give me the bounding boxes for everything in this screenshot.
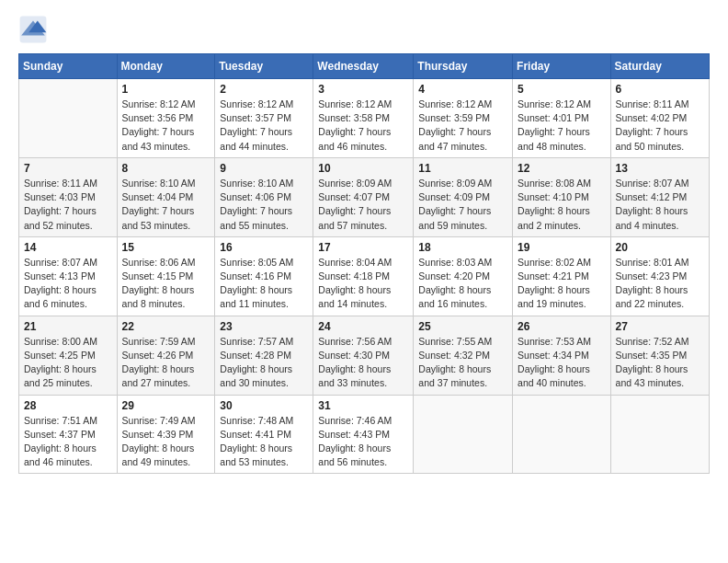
- calendar-cell: [610, 395, 709, 474]
- day-info: Sunrise: 7:57 AMSunset: 4:28 PMDaylight:…: [220, 335, 308, 391]
- day-number: 18: [418, 241, 507, 254]
- calendar-cell: 30Sunrise: 7:48 AMSunset: 4:41 PMDayligh…: [215, 395, 313, 474]
- calendar-day-header: Wednesday: [313, 54, 414, 79]
- day-info: Sunrise: 8:12 AMSunset: 3:59 PMDaylight:…: [418, 98, 507, 154]
- calendar-cell: 24Sunrise: 7:56 AMSunset: 4:30 PMDayligh…: [313, 316, 414, 395]
- calendar-cell: 1Sunrise: 8:12 AMSunset: 3:56 PMDaylight…: [117, 79, 215, 158]
- day-info: Sunrise: 8:12 AMSunset: 3:58 PMDaylight:…: [318, 98, 408, 154]
- day-info: Sunrise: 8:11 AMSunset: 4:03 PMDaylight:…: [24, 177, 112, 233]
- calendar-day-header: Friday: [513, 54, 611, 79]
- day-info: Sunrise: 8:09 AMSunset: 4:09 PMDaylight:…: [418, 177, 507, 233]
- calendar-week-row: 28Sunrise: 7:51 AMSunset: 4:37 PMDayligh…: [19, 395, 710, 474]
- calendar-cell: 2Sunrise: 8:12 AMSunset: 3:57 PMDaylight…: [215, 79, 313, 158]
- calendar-day-header: Saturday: [610, 54, 709, 79]
- calendar-cell: 27Sunrise: 7:52 AMSunset: 4:35 PMDayligh…: [610, 316, 709, 395]
- day-number: 27: [616, 320, 704, 333]
- day-number: 2: [220, 83, 308, 96]
- day-number: 19: [518, 241, 606, 254]
- calendar-week-row: 1Sunrise: 8:12 AMSunset: 3:56 PMDaylight…: [19, 79, 710, 158]
- header: [18, 15, 710, 44]
- day-number: 12: [518, 162, 606, 175]
- calendar-cell: 28Sunrise: 7:51 AMSunset: 4:37 PMDayligh…: [19, 395, 118, 474]
- day-info: Sunrise: 7:49 AMSunset: 4:39 PMDaylight:…: [122, 414, 210, 470]
- day-info: Sunrise: 8:12 AMSunset: 4:01 PMDaylight:…: [518, 98, 606, 154]
- day-info: Sunrise: 8:09 AMSunset: 4:07 PMDaylight:…: [318, 177, 408, 233]
- day-number: 21: [24, 320, 112, 333]
- day-info: Sunrise: 7:53 AMSunset: 4:34 PMDaylight:…: [518, 335, 606, 391]
- day-number: 10: [318, 162, 408, 175]
- page: SundayMondayTuesdayWednesdayThursdayFrid…: [0, 0, 728, 563]
- calendar-cell: 15Sunrise: 8:06 AMSunset: 4:15 PMDayligh…: [117, 236, 215, 316]
- day-info: Sunrise: 8:02 AMSunset: 4:21 PMDaylight:…: [518, 256, 606, 312]
- day-number: 1: [122, 83, 210, 96]
- calendar-week-row: 14Sunrise: 8:07 AMSunset: 4:13 PMDayligh…: [19, 236, 710, 316]
- calendar-cell: 14Sunrise: 8:07 AMSunset: 4:13 PMDayligh…: [19, 236, 118, 316]
- calendar-cell: 3Sunrise: 8:12 AMSunset: 3:58 PMDaylight…: [313, 79, 414, 158]
- day-info: Sunrise: 7:52 AMSunset: 4:35 PMDaylight:…: [616, 335, 704, 391]
- calendar-cell: 4Sunrise: 8:12 AMSunset: 3:59 PMDaylight…: [414, 79, 513, 158]
- calendar-cell: 8Sunrise: 8:10 AMSunset: 4:04 PMDaylight…: [117, 157, 215, 236]
- calendar-day-header: Monday: [117, 54, 215, 79]
- day-number: 16: [220, 241, 308, 254]
- day-number: 9: [220, 162, 308, 175]
- calendar-cell: 31Sunrise: 7:46 AMSunset: 4:43 PMDayligh…: [313, 395, 414, 474]
- calendar-cell: 13Sunrise: 8:07 AMSunset: 4:12 PMDayligh…: [610, 157, 709, 236]
- day-number: 28: [24, 399, 112, 412]
- day-info: Sunrise: 7:56 AMSunset: 4:30 PMDaylight:…: [318, 335, 408, 391]
- day-number: 7: [24, 162, 112, 175]
- day-info: Sunrise: 7:59 AMSunset: 4:26 PMDaylight:…: [122, 335, 210, 391]
- day-number: 25: [418, 320, 507, 333]
- day-info: Sunrise: 7:55 AMSunset: 4:32 PMDaylight:…: [418, 335, 507, 391]
- calendar-cell: 23Sunrise: 7:57 AMSunset: 4:28 PMDayligh…: [215, 316, 313, 395]
- day-info: Sunrise: 8:10 AMSunset: 4:04 PMDaylight:…: [122, 177, 210, 233]
- day-number: 26: [518, 320, 606, 333]
- calendar-cell: [414, 395, 513, 474]
- calendar-day-header: Sunday: [19, 54, 118, 79]
- day-info: Sunrise: 8:03 AMSunset: 4:20 PMDaylight:…: [418, 256, 507, 312]
- calendar-cell: 10Sunrise: 8:09 AMSunset: 4:07 PMDayligh…: [313, 157, 414, 236]
- calendar-cell: 20Sunrise: 8:01 AMSunset: 4:23 PMDayligh…: [610, 236, 709, 316]
- day-info: Sunrise: 8:07 AMSunset: 4:13 PMDaylight:…: [24, 256, 112, 312]
- day-number: 30: [220, 399, 308, 412]
- calendar-day-header: Thursday: [414, 54, 513, 79]
- calendar-cell: 21Sunrise: 8:00 AMSunset: 4:25 PMDayligh…: [19, 316, 118, 395]
- calendar-header-row: SundayMondayTuesdayWednesdayThursdayFrid…: [19, 54, 710, 79]
- calendar-cell: 25Sunrise: 7:55 AMSunset: 4:32 PMDayligh…: [414, 316, 513, 395]
- day-number: 23: [220, 320, 308, 333]
- day-number: 5: [518, 83, 606, 96]
- calendar-cell: 9Sunrise: 8:10 AMSunset: 4:06 PMDaylight…: [215, 157, 313, 236]
- day-number: 11: [418, 162, 507, 175]
- day-number: 4: [418, 83, 507, 96]
- calendar-cell: 22Sunrise: 7:59 AMSunset: 4:26 PMDayligh…: [117, 316, 215, 395]
- day-number: 3: [318, 83, 408, 96]
- day-info: Sunrise: 8:04 AMSunset: 4:18 PMDaylight:…: [318, 256, 408, 312]
- calendar-cell: 6Sunrise: 8:11 AMSunset: 4:02 PMDaylight…: [610, 79, 709, 158]
- calendar-table: SundayMondayTuesdayWednesdayThursdayFrid…: [18, 53, 710, 474]
- day-number: 13: [616, 162, 704, 175]
- day-number: 24: [318, 320, 408, 333]
- day-info: Sunrise: 8:00 AMSunset: 4:25 PMDaylight:…: [24, 335, 112, 391]
- logo-icon: [18, 15, 48, 44]
- calendar-week-row: 21Sunrise: 8:00 AMSunset: 4:25 PMDayligh…: [19, 316, 710, 395]
- day-info: Sunrise: 7:48 AMSunset: 4:41 PMDaylight:…: [220, 414, 308, 470]
- day-number: 29: [122, 399, 210, 412]
- calendar-week-row: 7Sunrise: 8:11 AMSunset: 4:03 PMDaylight…: [19, 157, 710, 236]
- day-info: Sunrise: 8:07 AMSunset: 4:12 PMDaylight:…: [616, 177, 704, 233]
- day-info: Sunrise: 8:12 AMSunset: 3:56 PMDaylight:…: [122, 98, 210, 154]
- day-number: 14: [24, 241, 112, 254]
- calendar-cell: 7Sunrise: 8:11 AMSunset: 4:03 PMDaylight…: [19, 157, 118, 236]
- day-info: Sunrise: 8:10 AMSunset: 4:06 PMDaylight:…: [220, 177, 308, 233]
- calendar-cell: 19Sunrise: 8:02 AMSunset: 4:21 PMDayligh…: [513, 236, 611, 316]
- day-info: Sunrise: 8:01 AMSunset: 4:23 PMDaylight:…: [616, 256, 704, 312]
- day-number: 17: [318, 241, 408, 254]
- calendar-cell: 11Sunrise: 8:09 AMSunset: 4:09 PMDayligh…: [414, 157, 513, 236]
- calendar-cell: 16Sunrise: 8:05 AMSunset: 4:16 PMDayligh…: [215, 236, 313, 316]
- calendar-cell: [513, 395, 611, 474]
- calendar-cell: 18Sunrise: 8:03 AMSunset: 4:20 PMDayligh…: [414, 236, 513, 316]
- calendar-cell: 5Sunrise: 8:12 AMSunset: 4:01 PMDaylight…: [513, 79, 611, 158]
- calendar-cell: 17Sunrise: 8:04 AMSunset: 4:18 PMDayligh…: [313, 236, 414, 316]
- day-info: Sunrise: 8:12 AMSunset: 3:57 PMDaylight:…: [220, 98, 308, 154]
- day-number: 22: [122, 320, 210, 333]
- day-info: Sunrise: 7:51 AMSunset: 4:37 PMDaylight:…: [24, 414, 112, 470]
- day-info: Sunrise: 8:11 AMSunset: 4:02 PMDaylight:…: [616, 98, 704, 154]
